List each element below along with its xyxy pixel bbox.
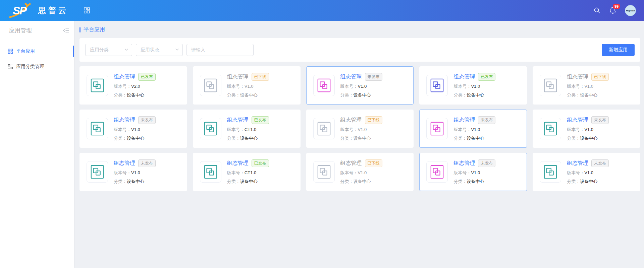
- app-logo[interactable]: SP 思普云: [0, 2, 74, 18]
- notification-bell-icon[interactable]: 99: [609, 6, 617, 14]
- category-line: 分类：设备中心: [227, 179, 269, 185]
- app-card[interactable]: 组态管理 已发布 版本号：V2.0 分类：设备中心: [79, 66, 187, 105]
- logo-sp-icon: SP: [9, 2, 35, 18]
- chevron-down-icon: [124, 47, 128, 53]
- app-title-link[interactable]: 组态管理: [567, 117, 588, 124]
- app-title-link[interactable]: 组态管理: [227, 160, 249, 167]
- app-icon: [540, 161, 561, 183]
- category-list-icon: [8, 64, 13, 69]
- category-line: 分类：设备中心: [453, 92, 495, 98]
- app-icon: [426, 118, 448, 139]
- filter-toolbar: 应用分类 应用状态 新增应用: [79, 38, 640, 62]
- app-card[interactable]: 组态管理 未发布 版本号：V1.0 分类：设备中心: [79, 110, 187, 148]
- status-badge: 已下线: [365, 116, 382, 124]
- category-line: 分类：设备中心: [114, 135, 156, 141]
- version-line: 版本号：CT1.0: [227, 170, 269, 176]
- app-icon: [200, 161, 221, 183]
- app-title-link[interactable]: 组态管理: [340, 73, 362, 80]
- app-title-link[interactable]: 组态管理: [567, 73, 588, 80]
- status-badge: 已发布: [478, 73, 495, 81]
- app-title-link[interactable]: 组态管理: [114, 117, 135, 124]
- app-icon: [87, 75, 108, 96]
- app-icon: [540, 75, 561, 96]
- sidebar-item-label: 应用分类管理: [16, 64, 44, 70]
- version-line: 版本号：V1.0: [340, 170, 382, 176]
- category-line: 分类：设备中心: [340, 135, 382, 141]
- version-line: 版本号：V1.0: [567, 170, 609, 176]
- status-badge: 未发布: [591, 159, 609, 167]
- logo-text: 思普云: [38, 5, 68, 16]
- notification-badge: 99: [613, 4, 620, 9]
- collapse-sidebar-icon[interactable]: [58, 21, 74, 40]
- status-badge: 已发布: [138, 73, 156, 81]
- app-icon: [200, 118, 221, 139]
- status-badge: 未发布: [591, 116, 609, 124]
- app-card[interactable]: 组态管理 未发布 版本号：V1.0 分类：设备中心: [533, 110, 640, 148]
- app-card[interactable]: 组态管理 已下线 版本号：V1.0 分类：设备中心: [193, 66, 301, 105]
- app-title-link[interactable]: 组态管理: [227, 73, 249, 80]
- status-badge: 未发布: [478, 116, 495, 124]
- status-badge: 已下线: [591, 73, 609, 81]
- app-icon: [87, 118, 108, 139]
- app-title-link[interactable]: 组态管理: [227, 117, 249, 124]
- app-title-link[interactable]: 组态管理: [114, 160, 135, 167]
- app-status-select[interactable]: 应用状态: [136, 44, 183, 56]
- app-icon: [313, 75, 335, 96]
- app-card[interactable]: 组态管理 未发布 版本号：V1.0 分类：设备中心: [533, 153, 640, 191]
- top-header: SP 思普云 99 Higntan: [0, 0, 644, 21]
- app-card[interactable]: 组态管理 未发布 版本号：V1.0 分类：设备中心: [79, 153, 187, 191]
- search-input[interactable]: [186, 44, 254, 56]
- app-card[interactable]: 组态管理 未发布 版本号：V1.0 分类：设备中心: [419, 153, 527, 191]
- version-line: 版本号：V1.0: [453, 83, 495, 89]
- app-icon: [426, 75, 448, 96]
- category-line: 分类：设备中心: [227, 135, 269, 141]
- app-title-link[interactable]: 组态管理: [340, 117, 362, 124]
- version-line: 版本号：V1.0: [114, 127, 156, 133]
- app-card[interactable]: 组态管理 已发布 版本号：CT1.0 分类：设备中心: [193, 110, 301, 148]
- app-title-link[interactable]: 组态管理: [453, 117, 475, 124]
- app-title-link[interactable]: 组态管理: [453, 73, 475, 80]
- app-icon: [313, 118, 335, 139]
- version-line: 版本号：V1.0: [114, 170, 156, 176]
- category-line: 分类：设备中心: [340, 179, 382, 185]
- category-line: 分类：设备中心: [567, 135, 609, 141]
- version-line: 版本号：V1.0: [567, 127, 609, 133]
- app-card-grid: 组态管理 已发布 版本号：V2.0 分类：设备中心 组态管理 已下线 版本号：V…: [79, 66, 640, 191]
- main-content: 平台应用 应用分类 应用状态 新增应用 组态管理: [74, 21, 644, 268]
- user-avatar[interactable]: Higntan: [625, 5, 636, 16]
- search-icon[interactable]: [593, 7, 601, 14]
- app-card[interactable]: 组态管理 已下线 版本号：V1.0 分类：设备中心: [306, 153, 414, 191]
- app-category-select[interactable]: 应用分类: [85, 44, 132, 56]
- add-application-button[interactable]: 新增应用: [602, 44, 635, 56]
- sidebar-item-platform-apps[interactable]: 平台应用: [0, 44, 74, 59]
- category-line: 分类：设备中心: [453, 179, 495, 185]
- app-title-link[interactable]: 组态管理: [567, 160, 588, 167]
- apps-grid-icon[interactable]: [83, 7, 91, 14]
- app-title-link[interactable]: 组态管理: [453, 160, 475, 167]
- app-title-link[interactable]: 组态管理: [340, 160, 362, 167]
- app-icon: [87, 161, 108, 183]
- version-line: 版本号：V2.0: [114, 83, 156, 89]
- app-icon: [540, 118, 561, 139]
- app-icon: [200, 75, 221, 96]
- sidebar-item-app-category-management[interactable]: 应用分类管理: [0, 59, 74, 74]
- sidebar-item-label: 平台应用: [16, 48, 35, 54]
- category-line: 分类：设备中心: [340, 92, 382, 98]
- sidebar-title: 应用管理: [0, 21, 58, 40]
- grid-icon: [8, 49, 13, 54]
- app-card[interactable]: 组态管理 未发布 版本号：V1.0 分类：设备中心: [306, 66, 414, 105]
- category-line: 分类：设备中心: [567, 179, 609, 185]
- category-line: 分类：设备中心: [227, 92, 269, 98]
- category-line: 分类：设备中心: [567, 92, 609, 98]
- version-line: 版本号：V1.0: [340, 127, 382, 133]
- app-card[interactable]: 组态管理 已下线 版本号：V1.0 分类：设备中心: [306, 110, 414, 148]
- app-card[interactable]: 组态管理 已发布 版本号：V1.0 分类：设备中心: [419, 66, 527, 105]
- app-title-link[interactable]: 组态管理: [114, 73, 135, 80]
- app-card[interactable]: 组态管理 未发布 版本号：V1.0 分类：设备中心: [419, 110, 527, 148]
- app-icon: [313, 161, 335, 183]
- status-badge: 未发布: [138, 159, 156, 167]
- app-card[interactable]: 组态管理 已发布 版本号：CT1.0 分类：设备中心: [193, 153, 301, 191]
- version-line: 版本号：V1.0: [567, 83, 609, 89]
- status-badge: 未发布: [365, 73, 382, 81]
- app-card[interactable]: 组态管理 已下线 版本号：V1.0 分类：设备中心: [533, 66, 640, 105]
